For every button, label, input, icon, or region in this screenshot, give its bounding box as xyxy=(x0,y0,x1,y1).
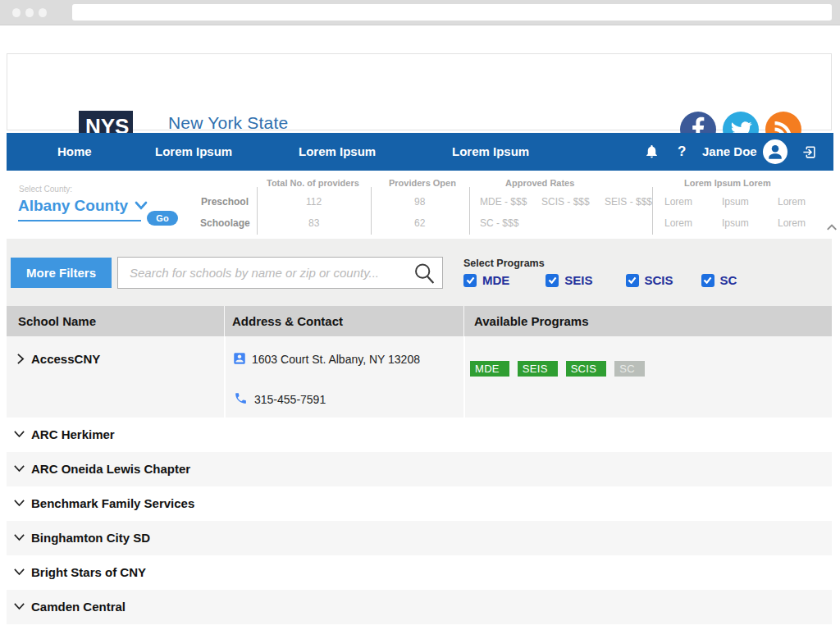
school-address: 1603 Court St. Albany, NY 13208 xyxy=(252,353,420,366)
stat-value: SEIS - $$$ xyxy=(605,196,652,208)
check-icon xyxy=(548,276,557,284)
nav-item-3[interactable]: Lorem Ipsum xyxy=(452,133,529,171)
more-filters-button[interactable]: More Filters xyxy=(11,258,112,288)
stat-value: Lorem xyxy=(664,217,692,229)
table-row[interactable]: Binghamton City SD xyxy=(7,521,832,555)
school-name: Benchmark Family Services xyxy=(31,486,194,521)
program-badge-seis: SEIS xyxy=(518,361,558,377)
search-icon[interactable] xyxy=(412,261,437,286)
stat-value: Ipsum xyxy=(722,196,749,208)
stat-value: Lorem xyxy=(778,196,806,208)
divider xyxy=(652,187,653,235)
chevron-down-icon[interactable] xyxy=(13,497,25,509)
select-programs-label: Select Programs xyxy=(463,258,545,269)
checkbox-label-mde: MDE xyxy=(482,273,509,287)
checkbox-scis[interactable] xyxy=(626,274,639,287)
page: NYS ED .gov New York State EDUCATION DEP… xyxy=(0,0,840,630)
table-row[interactable]: Bright Stars of CNY xyxy=(7,555,832,590)
table-row[interactable]: ARC Herkimer xyxy=(7,418,832,452)
window-control-dot[interactable] xyxy=(12,8,21,17)
stat-value: 62 xyxy=(414,217,425,229)
stat-value: MDE - $$$ xyxy=(480,196,527,208)
county-stats-panel: Select County: Albany County Go Preschoo… xyxy=(7,171,832,240)
main-nav: Home Lorem Ipsum Lorem Ipsum Lorem Ipsum… xyxy=(7,133,833,171)
divider xyxy=(463,306,464,336)
chevron-right-icon[interactable] xyxy=(15,353,26,365)
column-header-address: Address & Contact xyxy=(232,306,343,336)
chevron-down-icon[interactable] xyxy=(13,428,25,440)
user-name: Jane Doe xyxy=(702,133,757,171)
chevron-up-icon[interactable] xyxy=(826,223,838,231)
checkbox-seis[interactable] xyxy=(546,274,559,287)
column-header-school-name: School Name xyxy=(18,306,96,336)
checkbox-sc[interactable] xyxy=(701,274,714,287)
divider xyxy=(224,306,225,336)
window-control-dot[interactable] xyxy=(39,8,47,17)
bell-icon[interactable] xyxy=(644,144,660,159)
divider xyxy=(224,336,226,418)
stat-col-header: Total No. of providers xyxy=(267,178,359,188)
school-name: Binghamton City SD xyxy=(31,521,150,555)
chevron-down-icon[interactable] xyxy=(13,532,25,543)
window-control-dot[interactable] xyxy=(25,8,34,17)
school-search-input[interactable] xyxy=(118,258,421,288)
table-row[interactable]: Camden Central xyxy=(7,590,832,624)
school-name: ARC Oneida Lewis Chapter xyxy=(31,452,190,486)
checkbox-mde[interactable] xyxy=(463,274,477,287)
check-icon xyxy=(703,276,712,284)
nav-item-1[interactable]: Lorem Ipsum xyxy=(155,133,232,171)
go-button[interactable]: Go xyxy=(147,211,178,226)
school-phone: 315-455-7591 xyxy=(254,393,326,406)
column-header-programs: Available Programs xyxy=(474,306,589,336)
program-badges: MDE SEIS SCIS SC xyxy=(470,361,645,377)
school-search-box xyxy=(117,257,443,289)
stat-col-header: Approved Rates xyxy=(505,178,574,188)
table-header: School Name Address & Contact Available … xyxy=(7,306,832,336)
table-row[interactable]: Benchmark Family Services xyxy=(7,486,832,521)
select-county-label: Select County: xyxy=(19,185,72,194)
url-bar[interactable] xyxy=(72,4,832,21)
divider xyxy=(257,187,258,235)
table-row[interactable]: ARC Oneida Lewis Chapter xyxy=(7,452,832,486)
filter-bar: More Filters Select Programs MDE SEIS xyxy=(7,239,832,306)
school-name: ARC Herkimer xyxy=(31,418,115,452)
county-dropdown-value[interactable]: Albany County xyxy=(18,197,128,215)
stat-value: Lorem xyxy=(664,196,692,208)
contact-card-icon xyxy=(232,351,247,366)
county-dropdown[interactable]: Albany County xyxy=(18,197,148,215)
divider xyxy=(371,187,372,235)
window-controls[interactable] xyxy=(12,8,47,17)
chevron-down-icon[interactable] xyxy=(13,463,25,474)
checkbox-label-seis: SEIS xyxy=(564,273,592,287)
stat-value: SCIS - $$$ xyxy=(541,196,590,208)
school-name: AccessCNY xyxy=(31,352,100,366)
phone-icon xyxy=(234,391,248,405)
stat-col-header: Providers Open xyxy=(389,178,456,188)
avatar-icon[interactable] xyxy=(763,139,788,164)
school-name: Camden Central xyxy=(31,590,126,624)
site-header: NYS ED .gov New York State EDUCATION DEP… xyxy=(7,53,832,130)
chevron-down-icon[interactable] xyxy=(13,600,25,612)
checkbox-label-scis: SCIS xyxy=(645,273,673,287)
chevron-down-icon[interactable] xyxy=(13,566,25,578)
stat-value: 83 xyxy=(308,217,319,229)
stat-value: 98 xyxy=(414,196,425,208)
browser-chrome xyxy=(0,0,840,25)
check-icon xyxy=(466,276,475,284)
stat-value: 112 xyxy=(306,196,322,208)
row-label-preschool: Preschool xyxy=(201,196,249,208)
logout-icon[interactable] xyxy=(801,144,817,160)
brand-line-1: New York State xyxy=(168,113,381,133)
divider xyxy=(469,187,470,235)
checkbox-label-sc: SC xyxy=(720,273,737,287)
school-name: Bright Stars of CNY xyxy=(31,555,146,590)
stat-value: Lorem xyxy=(778,217,806,229)
nav-item-2[interactable]: Lorem Ipsum xyxy=(299,133,376,171)
check-icon xyxy=(628,276,637,284)
chevron-down-icon[interactable] xyxy=(135,201,148,211)
county-underline xyxy=(18,220,141,221)
nav-item-home[interactable]: Home xyxy=(57,133,92,171)
table-row-expanded[interactable]: AccessCNY 1603 Court St. Albany, NY 1320… xyxy=(7,336,832,418)
help-icon[interactable]: ? xyxy=(678,133,686,171)
stat-value: Ipsum xyxy=(722,217,749,229)
